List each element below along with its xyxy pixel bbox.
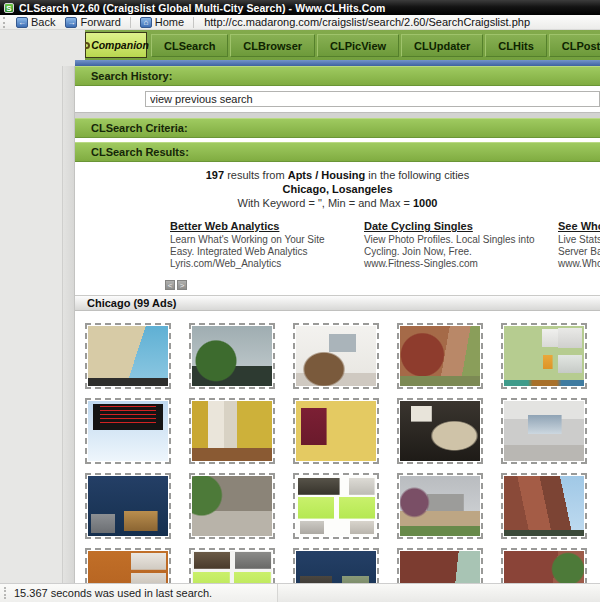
magnifier-icon [85,42,90,49]
clsearch-results-header: CLSearch Results: [75,142,600,162]
results-page: Search History: CLSearch Criteria: CLSea… [75,66,600,583]
listing-photo [400,326,480,386]
tab-clbrowser[interactable]: CLBrowser [230,34,315,57]
listing-photo [192,401,272,461]
listing-thumbnail[interactable] [85,323,171,389]
listing-thumbnail[interactable] [189,548,275,583]
forward-button[interactable]: → Forward [60,15,125,29]
forward-icon: → [65,17,77,28]
back-icon: ← [16,17,28,28]
ad-link[interactable]: Date Cycling Singles [364,220,542,232]
listing-thumbnail[interactable] [293,398,379,464]
tab-clhits[interactable]: CLHits [485,34,546,57]
listing-thumbnail[interactable] [189,473,275,539]
toolbar-separator [130,17,131,28]
listing-photo [88,401,168,461]
listing-photo [400,551,480,583]
ad-text: View Photo Profiles. Local Singles into [364,234,542,246]
toolbar-separator [193,17,194,28]
status-bar: 15.367 seconds was used in last search. [0,583,600,602]
results-summary: 197 results from Apts / Housing in the f… [75,162,600,210]
city-section-header: Chicago (99 Ads) [75,295,600,311]
listing-photo [192,326,272,386]
ad-item: Date Cycling Singles View Photo Profiles… [364,220,542,270]
vertical-scrollbar[interactable] [62,66,75,583]
listing-photo [400,401,480,461]
back-label: Back [31,16,55,28]
prev-page-icon[interactable]: < [165,280,175,290]
listing-photo [192,551,272,583]
window-title: CLSearch V2.60 (Craigslist Global Multi-… [19,2,386,14]
navigation-toolbar: ← Back → Forward ⌂ Home http://cc.madaro… [0,15,600,30]
listing-thumbnail[interactable] [189,398,275,464]
listing-thumbnail[interactable] [293,473,379,539]
forward-label: Forward [80,16,120,28]
search-history-input[interactable] [145,91,600,107]
listing-thumbnail[interactable] [85,473,171,539]
listing-photo [296,401,376,461]
listing-thumbnail[interactable] [397,323,483,389]
app-icon: S [4,3,14,13]
status-text: 15.367 seconds was used in last search. [14,587,212,599]
listing-thumbnail[interactable] [501,473,587,539]
listing-photo [504,551,584,583]
body-row: Search History: CLSearch Criteria: CLSea… [0,66,600,583]
search-history-header: Search History: [75,66,600,86]
search-history-section [75,86,600,112]
listing-thumbnail[interactable] [397,398,483,464]
toolbar-grip [3,17,7,28]
ad-url: www.WhosOn.com [558,258,600,270]
results-cities: Chicago, Losangeles [75,182,600,196]
listing-photo [296,326,376,386]
ad-text: Easy. Integrated Web Analytics [170,246,348,258]
ad-text: Server Based or Hosted. [558,246,600,258]
tab-clposter[interactable]: CLPoster [549,34,600,57]
home-label: Home [155,16,184,28]
status-grip [4,587,8,599]
listing-thumbnail[interactable] [397,548,483,583]
listing-thumbnail[interactable] [85,398,171,464]
next-page-icon[interactable]: > [177,280,187,290]
listing-thumbnail[interactable] [85,548,171,583]
listing-photo [88,551,168,583]
listing-photo [88,476,168,536]
results-line-count: 197 results from Apts / Housing in the f… [75,168,600,182]
listing-thumbnail[interactable] [189,323,275,389]
status-panel: 15.367 seconds was used in last search. [0,584,278,602]
ad-url: www.Fitness-Singles.com [364,258,542,270]
home-button[interactable]: ⌂ Home [135,15,189,29]
listing-photo [88,326,168,386]
companion-logo-label: Companion [91,39,149,51]
listing-photo [296,551,376,583]
tab-clsearch[interactable]: CLSearch [151,34,228,57]
ad-item: See Whos On Your We Live Stats & Chat Fo… [558,220,600,270]
title-bar: S CLSearch V2.60 (Craigslist Global Mult… [0,0,600,15]
ad-link[interactable]: Better Web Analytics [170,220,348,232]
tab-bar-row: Companion CLSearch CLBrowser CLPicView C… [0,30,600,60]
ad-text: Cycling. Join Now, Free. [364,246,542,258]
ad-item: Better Web Analytics Learn What's Workin… [170,220,348,270]
listing-thumbnail[interactable] [293,548,379,583]
results-count: 197 [206,169,224,181]
app-window: S CLSearch V2.60 (Craigslist Global Mult… [0,0,600,602]
listing-thumbnail[interactable] [501,323,587,389]
listing-photo [504,326,584,386]
left-margin [0,66,62,583]
companion-logo[interactable]: Companion [85,32,147,58]
listing-thumbnail[interactable] [501,548,587,583]
listing-thumbnail[interactable] [397,473,483,539]
tab-clpicview[interactable]: CLPicView [317,34,399,57]
address-bar[interactable]: http://cc.madarong.com/craigslist/search… [198,16,530,28]
results-criteria: With Keyword = ", Min = and Max = 1000 [75,196,600,210]
tab-clupdater[interactable]: CLUpdater [401,34,483,57]
ads-pager: < > [165,280,600,290]
listing-thumbnail[interactable] [293,323,379,389]
thumbnail-grid [75,311,600,583]
listing-thumbnail[interactable] [501,398,587,464]
sponsored-ads-row: Better Web Analytics Learn What's Workin… [170,220,600,270]
back-button[interactable]: ← Back [11,15,60,29]
clsearch-criteria-header: CLSearch Criteria: [75,118,600,138]
home-icon: ⌂ [140,17,152,28]
ad-url: Lyris.com/Web_Analytics [170,258,348,270]
ad-link[interactable]: See Whos On Your We [558,220,600,232]
